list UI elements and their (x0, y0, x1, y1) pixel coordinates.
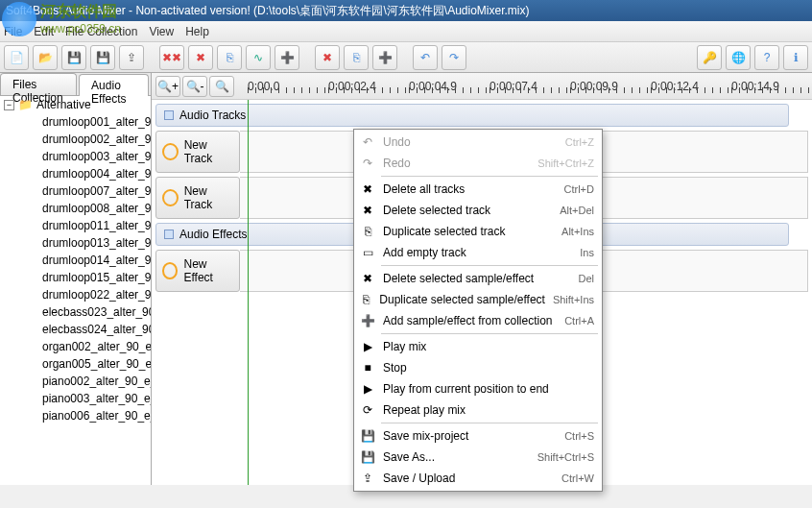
context-menu-item[interactable]: ▶Play from current position to end (356, 378, 600, 399)
list-item[interactable]: piano003_alter_90_e_sc4 (0, 390, 151, 407)
context-menu-item[interactable]: 💾Save mix-projectCtrl+S (356, 425, 600, 447)
list-item[interactable]: piano002_alter_90_e_sc4 (0, 373, 151, 390)
context-menu-item[interactable]: ■Stop (356, 357, 600, 378)
menu-help[interactable]: Help (185, 25, 209, 38)
track-label: New Track (184, 138, 233, 165)
context-menu-item[interactable]: ⎘Duplicate selected sample/effectShift+I… (356, 289, 600, 310)
tree-root[interactable]: − 📁 Alternative (0, 96, 151, 113)
list-item[interactable]: drumloop007_alter_90_x_ (0, 182, 151, 200)
context-menu-item[interactable]: ✖Delete selected trackAlt+Del (356, 200, 600, 221)
list-item[interactable]: elecbass024_alter_90_e_ (0, 321, 151, 338)
track-header[interactable]: New Track (155, 177, 240, 219)
menu-item-icon: ⟳ (360, 402, 375, 418)
about-button[interactable]: ℹ (783, 45, 808, 70)
list-item[interactable]: drumloop014_alter_90_x_ (0, 252, 151, 269)
list-item[interactable]: drumloop022_alter_90_x_ (0, 286, 151, 303)
context-menu-item[interactable]: ➕Add sample/effect from collectionCtrl+A (356, 310, 600, 331)
menu-item-icon: 💾 (360, 449, 375, 465)
menu-item-shortcut: Shift+Ctrl+Z (537, 157, 594, 169)
collapse-square-icon[interactable] (164, 110, 174, 120)
timeline-tick: 0:00:02.4 (328, 80, 409, 93)
collapse-icon[interactable]: − (4, 100, 14, 110)
menu-item-icon: ✖ (360, 203, 375, 218)
timeline-tick: 0:00:12.4 (651, 80, 731, 93)
menu-file[interactable]: File (4, 25, 22, 38)
context-menu-item[interactable]: ✖Delete selected sample/effectDel (356, 268, 600, 289)
context-menu[interactable]: ↶UndoCtrl+Z↷RedoShift+Ctrl+Z✖Delete all … (353, 129, 603, 492)
context-menu-item[interactable]: ▶Play mix (356, 336, 600, 357)
file-list[interactable]: drumloop001_alter_90_x_drumloop002_alter… (0, 113, 151, 485)
tab-audio-effects[interactable]: Audio Effects (79, 74, 149, 96)
list-item[interactable]: organ005_alter_90_e_sc4 (0, 355, 151, 373)
context-menu-item[interactable]: ⎘Duplicate selected trackAlt+Ins (356, 221, 600, 242)
list-item[interactable]: drumloop002_alter_90_x_ (0, 131, 151, 148)
duplicate-icon: ⎘ (227, 51, 233, 64)
context-menu-item[interactable]: 💾Save As...Shift+Ctrl+S (356, 447, 600, 468)
menu-edit[interactable]: Edit (34, 25, 54, 38)
list-item[interactable]: piano006_alter_90_e_sc4 (0, 407, 151, 424)
undo-button[interactable]: ↶ (413, 45, 438, 70)
menu-file-collection[interactable]: File Collection (65, 25, 137, 38)
web-button[interactable]: 🌐 (726, 45, 751, 70)
list-item[interactable]: drumloop013_alter_90_x_ (0, 234, 151, 252)
zoom-in-button[interactable]: 🔍+ (155, 76, 180, 97)
effect-header[interactable]: New Effect (155, 250, 240, 292)
list-item[interactable]: drumloop001_alter_90_x_ (0, 113, 151, 131)
sidebar-tabs: Files Collection Audio Effects (0, 73, 151, 96)
timeline-ruler[interactable]: 0:00.00:00:02.40:00:04.90:00:07.40:00:09… (238, 80, 812, 93)
key-button[interactable]: 🔑 (697, 45, 722, 70)
audio-effects-label: Audio Effects (179, 228, 248, 241)
menu-bar: File Edit File Collection View Help (0, 21, 812, 42)
save-button[interactable]: 💾 (61, 45, 86, 70)
redo-button[interactable]: ↷ (442, 45, 466, 70)
audio-tracks-header[interactable]: Audio Tracks (155, 104, 789, 127)
add-sample-button[interactable]: ➕ (372, 45, 397, 70)
file-name: drumloop015_alter_90_x_ (42, 271, 151, 284)
menu-view[interactable]: View (149, 25, 174, 38)
wave-button[interactable]: ∿ (246, 45, 271, 70)
delete-button[interactable]: ✖ (188, 45, 213, 70)
delete-all-icon: ✖✖ (162, 51, 181, 64)
list-item[interactable]: drumloop015_alter_90_x_ (0, 269, 151, 286)
duplicate-button[interactable]: ⎘ (217, 45, 242, 70)
menu-item-shortcut: Ctrl+Z (565, 136, 594, 148)
file-name: piano002_alter_90_e_sc4 (42, 375, 151, 388)
menu-item-shortcut: Alt+Del (560, 205, 594, 216)
menu-item-icon: ⇪ (360, 471, 375, 486)
delete-sample-button[interactable]: ✖ (315, 45, 340, 70)
context-menu-item[interactable]: ▭Add empty trackIns (356, 242, 600, 263)
list-item[interactable]: elecbass023_alter_90_e_ (0, 303, 151, 321)
delete-all-button[interactable]: ✖✖ (159, 45, 184, 70)
file-name: drumloop003_alter_90_x_ (42, 150, 151, 163)
menu-item-label: Play mix (383, 340, 586, 353)
collapse-square-icon[interactable] (164, 230, 174, 239)
help-button[interactable]: ? (754, 45, 779, 70)
globe-icon: 🌐 (731, 51, 746, 64)
folder-icon: 📂 (38, 51, 53, 64)
new-button[interactable]: 📄 (4, 45, 29, 70)
list-item[interactable]: drumloop011_alter_90_x_ (0, 217, 151, 234)
list-item[interactable]: organ002_alter_90_e_sc4 (0, 338, 151, 355)
duplicate-sample-button[interactable]: ⎘ (344, 45, 369, 70)
save-as-button[interactable]: 💾 (90, 45, 115, 70)
upload-button[interactable]: ⇪ (119, 45, 144, 70)
file-name: elecbass024_alter_90_e_ (42, 323, 151, 336)
menu-item-shortcut: Ins (580, 247, 594, 258)
context-menu-item[interactable]: ⟳Repeat play mix (356, 399, 600, 421)
context-menu-item[interactable]: ⇪Save / UploadCtrl+W (356, 468, 600, 489)
zoom-out-button[interactable]: 🔍- (182, 76, 207, 97)
open-button[interactable]: 📂 (33, 45, 58, 70)
list-item[interactable]: drumloop008_alter_90_x_ (0, 200, 151, 217)
add-button[interactable]: ➕ (275, 45, 299, 70)
context-menu-item[interactable]: ✖Delete all tracksCtrl+D (356, 179, 600, 200)
tab-files-collection[interactable]: Files Collection (0, 73, 77, 95)
file-name: drumloop011_alter_90_x_ (42, 219, 151, 232)
menu-item-icon: 💾 (360, 428, 375, 444)
zoom-fit-button[interactable]: 🔍 (209, 76, 234, 97)
menu-item-shortcut: Ctrl+D (564, 183, 594, 195)
help-icon: ? (764, 51, 771, 64)
track-header[interactable]: New Track (155, 131, 240, 173)
list-item[interactable]: drumloop003_alter_90_x_ (0, 148, 151, 165)
playhead[interactable] (248, 100, 249, 485)
list-item[interactable]: drumloop004_alter_90_x_ (0, 165, 151, 182)
